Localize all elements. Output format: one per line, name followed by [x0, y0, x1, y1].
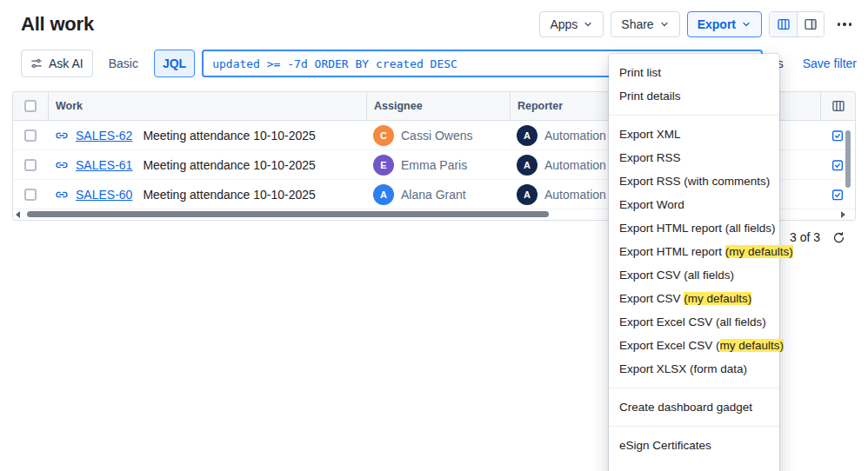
menu-item-text: Export Excel CSV ( — [619, 339, 720, 352]
detail-view-button[interactable] — [797, 12, 824, 36]
work-item-key-link[interactable]: SALES-60 — [76, 188, 132, 202]
menu-item-text: Export CSV — [619, 292, 684, 305]
menu-item-text: Export XML — [619, 128, 681, 141]
work-item-summary[interactable]: Meeting attendance 10-10-2025 — [143, 188, 315, 202]
view-toggle-group — [769, 11, 825, 37]
menu-item-export-excel-csv-my-defaults[interactable]: Export Excel CSV (my defaults) — [609, 334, 779, 357]
menu-divider — [609, 388, 779, 388]
result-count: 3 of 3 — [790, 230, 820, 244]
select-all-cell — [13, 92, 48, 120]
refresh-button[interactable] — [832, 231, 845, 244]
export-menu-sections: Print listPrint detailsExport XMLExport … — [609, 61, 779, 457]
menu-item-export-html-report-my-defaults[interactable]: Export HTML report (my defaults) — [609, 240, 779, 263]
share-button-label: Share — [621, 17, 653, 31]
menu-item-export-rss-with-comments[interactable]: Export RSS (with comments) — [609, 169, 779, 193]
top-bar: All work Apps Share Export — [0, 0, 868, 44]
row-checkbox[interactable] — [24, 159, 37, 171]
refresh-icon — [832, 231, 845, 244]
menu-item-text: Export Word — [619, 198, 684, 211]
columns-icon — [831, 99, 845, 113]
columns-config-button[interactable] — [831, 99, 845, 113]
column-header-work[interactable]: Work — [48, 92, 366, 120]
row-check-icon[interactable] — [831, 129, 845, 143]
row-select-cell — [13, 121, 48, 149]
row-checkbox[interactable] — [24, 129, 37, 142]
column-settings-cell — [820, 92, 855, 120]
ellipsis-icon — [843, 23, 846, 26]
scroll-left-arrow-icon[interactable] — [16, 211, 20, 218]
menu-item-highlight: (my defaults) — [684, 292, 751, 305]
menu-item-esign-certificates[interactable]: eSign Certificates — [609, 434, 779, 457]
work-item-key-link[interactable]: SALES-61 — [76, 158, 132, 172]
assignee-avatar: C — [373, 125, 394, 146]
menu-item-text: Export Excel CSV (all fields) — [619, 315, 766, 328]
menu-item-create-dashboard-gadget[interactable]: Create dashboard gadget — [609, 395, 779, 419]
apps-button[interactable]: Apps — [539, 11, 604, 37]
work-item-summary[interactable]: Meeting attendance 10-10-2025 — [143, 158, 315, 172]
menu-item-print-details[interactable]: Print details — [609, 84, 779, 108]
export-menu: Print listPrint detailsExport XMLExport … — [609, 54, 779, 471]
menu-item-export-csv-all-fields[interactable]: Export CSV (all fields) — [609, 263, 779, 287]
menu-item-text: Export HTML report — [619, 245, 725, 258]
select-all-checkbox[interactable] — [24, 100, 37, 112]
menu-item-text: Export RSS — [619, 151, 681, 164]
menu-item-highlight: (my defaults) — [725, 245, 793, 258]
work-type-icon — [55, 129, 69, 143]
work-item-summary[interactable]: Meeting attendance 10-10-2025 — [143, 129, 315, 143]
menu-item-export-word[interactable]: Export Word — [609, 193, 779, 216]
jql-mode-button[interactable]: JQL — [154, 50, 195, 77]
menu-item-export-html-report-all-fields[interactable]: Export HTML report (all fields) — [609, 216, 779, 240]
menu-item-text: Export CSV (all fields) — [619, 269, 734, 282]
row-select-cell — [13, 180, 48, 209]
ask-ai-label: Ask AI — [49, 56, 83, 70]
grid-view-icon — [777, 17, 791, 31]
menu-item-text: Export XLSX (form data) — [619, 362, 747, 375]
menu-item-export-xml[interactable]: Export XML — [609, 123, 779, 146]
share-button[interactable]: Share — [611, 11, 679, 37]
menu-item-export-rss[interactable]: Export RSS — [609, 146, 779, 169]
more-button[interactable] — [831, 11, 858, 37]
menu-item-text: Export RSS (with comments) — [619, 175, 770, 188]
menu-item-export-excel-csv-all-fields[interactable]: Export Excel CSV (all fields) — [609, 310, 779, 334]
horizontal-scrollbar-thumb[interactable] — [27, 211, 549, 217]
vertical-scrollbar-thumb[interactable] — [845, 130, 851, 188]
menu-item-highlight: my defaults) — [720, 339, 785, 352]
menu-item-export-xlsx-form-data[interactable]: Export XLSX (form data) — [609, 357, 779, 381]
assignee-name: Alana Grant — [401, 188, 466, 202]
toolbar-actions: Apps Share Export — [539, 11, 858, 37]
ask-ai-button[interactable]: Ask AI — [21, 50, 93, 77]
reporter-avatar: A — [517, 184, 537, 205]
side-panel-icon — [804, 17, 818, 31]
work-cell: SALES-62Meeting attendance 10-10-2025 — [48, 121, 366, 149]
menu-item-print-list[interactable]: Print list — [609, 61, 779, 84]
work-item-key-link[interactable]: SALES-62 — [76, 129, 132, 143]
assignee-cell: EEmma Paris — [366, 150, 510, 179]
reporter-avatar: A — [517, 155, 537, 176]
menu-divider — [609, 426, 779, 427]
page-title: All work — [21, 13, 94, 36]
export-button-label: Export — [698, 17, 736, 31]
assignee-name: Emma Paris — [401, 158, 467, 172]
apps-button-label: Apps — [550, 17, 578, 31]
chevron-down-icon — [583, 19, 593, 30]
assignee-cell: AAlana Grant — [366, 180, 510, 209]
menu-item-text: Create dashboard gadget — [619, 401, 752, 414]
ask-ai-icon — [30, 57, 43, 70]
assignee-name: Cassi Owens — [401, 129, 472, 143]
list-view-button[interactable] — [770, 12, 797, 36]
row-check-icon[interactable] — [831, 158, 845, 172]
row-checkbox[interactable] — [24, 189, 37, 201]
save-filter-link[interactable]: Save filter — [803, 56, 857, 70]
column-header-assignee[interactable]: Assignee — [366, 92, 510, 120]
ellipsis-icon — [849, 23, 852, 26]
scroll-right-arrow-icon[interactable] — [841, 211, 845, 218]
row-check-icon[interactable] — [831, 188, 845, 202]
menu-item-export-csv-my-defaults[interactable]: Export CSV (my defaults) — [609, 287, 779, 310]
menu-divider — [609, 115, 779, 116]
chevron-down-icon — [741, 19, 751, 30]
export-button[interactable]: Export — [687, 11, 762, 37]
menu-item-text: eSign Certificates — [619, 439, 711, 452]
basic-mode-button[interactable]: Basic — [100, 50, 147, 77]
chevron-down-icon — [659, 19, 670, 30]
work-cell: SALES-60Meeting attendance 10-10-2025 — [48, 180, 366, 209]
